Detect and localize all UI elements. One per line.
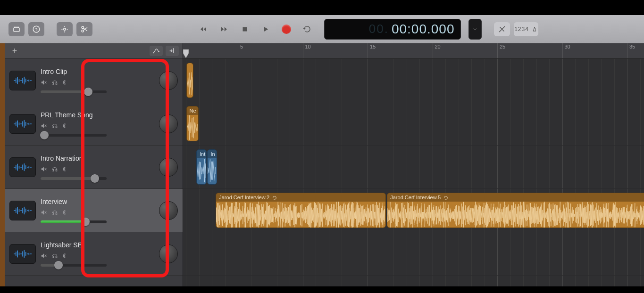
track-name: PRL Theme Song — [41, 111, 154, 119]
timeline-ruler[interactable]: 5101520253035 — [183, 43, 644, 59]
transport-controls — [194, 21, 317, 37]
solo-headphones-icon[interactable] — [51, 209, 58, 216]
svg-point-3 — [64, 28, 66, 30]
volume-slider[interactable] — [41, 134, 107, 137]
ruler-tick: 20 — [433, 43, 441, 58]
timeline-lane[interactable]: Jarod Cerf Interview.2Jarod Cerf Intervi… — [183, 189, 644, 232]
volume-thumb[interactable] — [54, 261, 63, 269]
track-row[interactable]: Intro Narration — [5, 146, 183, 189]
volume-thumb[interactable] — [81, 218, 90, 226]
volume-thumb[interactable] — [84, 88, 92, 96]
play-button[interactable] — [256, 21, 275, 37]
audio-clip[interactable]: Int — [196, 149, 207, 185]
audio-clip[interactable]: Ne — [186, 106, 199, 141]
scissors-button[interactable] — [76, 22, 92, 36]
svg-point-8 — [153, 52, 154, 54]
volume-slider[interactable] — [41, 177, 107, 180]
track-list: Intro Clip PRL Theme Song — [5, 59, 183, 276]
ruler-tick: 30 — [562, 43, 570, 58]
pan-knob[interactable] — [159, 71, 178, 90]
add-track-button[interactable]: + — [8, 46, 21, 56]
library-button[interactable] — [8, 22, 25, 36]
track-type-icon — [9, 157, 36, 177]
audio-clip[interactable] — [186, 63, 194, 98]
ruler-tick: 5 — [238, 43, 243, 58]
catch-playhead-button[interactable] — [166, 46, 179, 56]
lcd-time: 00:00.000 — [392, 22, 455, 37]
lcd-mode-button[interactable] — [468, 19, 482, 40]
timeline-lane[interactable]: Ne — [183, 102, 644, 146]
svg-rect-6 — [243, 27, 247, 31]
track-row[interactable]: Interview — [5, 189, 183, 232]
note-pad-button[interactable] — [494, 22, 510, 36]
track-header-bar: + — [5, 43, 183, 59]
record-button[interactable] — [277, 21, 296, 37]
volume-thumb[interactable] — [40, 131, 49, 139]
count-in-button[interactable]: 1234 — [514, 22, 538, 36]
timeline-lane[interactable]: IntIn — [183, 146, 644, 189]
pan-knob[interactable] — [159, 244, 178, 263]
svg-point-9 — [158, 51, 159, 52]
clip-label: Int — [197, 150, 206, 158]
pan-knob[interactable] — [159, 201, 178, 220]
volume-slider[interactable] — [41, 264, 107, 267]
input-monitor-icon[interactable] — [62, 166, 69, 172]
track-type-icon — [9, 71, 36, 90]
metronome-icon — [532, 26, 537, 32]
volume-thumb[interactable] — [91, 174, 99, 183]
track-name: Intro Narration — [41, 155, 154, 162]
input-monitor-icon[interactable] — [62, 209, 69, 216]
ruler-tick: 15 — [368, 43, 376, 58]
pan-knob[interactable] — [159, 114, 178, 133]
audio-clip[interactable]: Jarod Cerf Interview.2 — [216, 193, 385, 228]
mute-icon[interactable] — [41, 209, 47, 216]
solo-headphones-icon[interactable] — [51, 166, 58, 172]
app-window: ? — [0, 15, 644, 286]
pan-knob[interactable] — [159, 158, 178, 177]
cycle-button[interactable] — [298, 21, 317, 37]
help-button[interactable]: ? — [28, 22, 44, 36]
track-name: Lightsaber SE — [41, 241, 154, 249]
solo-headphones-icon[interactable] — [51, 252, 58, 259]
solo-headphones-icon[interactable] — [51, 122, 58, 129]
clip-label: Ne — [187, 106, 199, 115]
solo-headphones-icon[interactable] — [51, 79, 58, 86]
tuner-button[interactable] — [57, 22, 73, 36]
mute-icon[interactable] — [41, 79, 47, 86]
lcd-display[interactable]: 00. 00:00.000 — [324, 19, 461, 40]
ruler-tick: 10 — [303, 43, 311, 58]
input-monitor-icon[interactable] — [62, 122, 69, 129]
toolbar: ? — [0, 15, 644, 43]
svg-point-11 — [173, 48, 174, 49]
mute-icon[interactable] — [41, 122, 47, 129]
volume-slider[interactable] — [41, 220, 107, 223]
volume-slider[interactable] — [41, 90, 107, 93]
track-type-icon — [9, 244, 36, 264]
audio-clip[interactable]: In — [207, 149, 217, 185]
track-row[interactable]: PRL Theme Song — [5, 102, 183, 146]
svg-text:?: ? — [35, 26, 38, 32]
mute-icon[interactable] — [41, 166, 47, 172]
automation-curve-button[interactable] — [150, 46, 163, 56]
ruler-tick: 35 — [627, 43, 635, 58]
track-row[interactable]: Lightsaber SE — [5, 232, 183, 276]
audio-clip[interactable]: Jarod Cerf Interview.5 — [387, 193, 644, 228]
timeline-lanes[interactable]: NeIntInJarod Cerf Interview.2Jarod Cerf … — [183, 59, 644, 286]
playhead[interactable] — [183, 49, 189, 58]
main-area: + Intro Clip — [0, 43, 644, 286]
input-monitor-icon[interactable] — [62, 79, 69, 86]
timeline-lane[interactable] — [183, 232, 644, 276]
stop-button[interactable] — [235, 21, 254, 37]
forward-button[interactable] — [215, 21, 234, 37]
input-monitor-icon[interactable] — [62, 252, 69, 259]
track-panel: + Intro Clip — [5, 43, 183, 286]
track-row[interactable]: Intro Clip — [5, 59, 183, 102]
track-type-icon — [9, 201, 36, 220]
mute-icon[interactable] — [41, 252, 47, 259]
clip-label: Jarod Cerf Interview.2 — [216, 193, 385, 202]
timeline-area[interactable]: 5101520253035 NeIntInJarod Cerf Intervie… — [183, 43, 644, 286]
record-icon — [282, 24, 291, 34]
rewind-button[interactable] — [194, 21, 213, 37]
timeline-lane[interactable] — [183, 59, 644, 102]
loop-icon — [272, 195, 277, 200]
